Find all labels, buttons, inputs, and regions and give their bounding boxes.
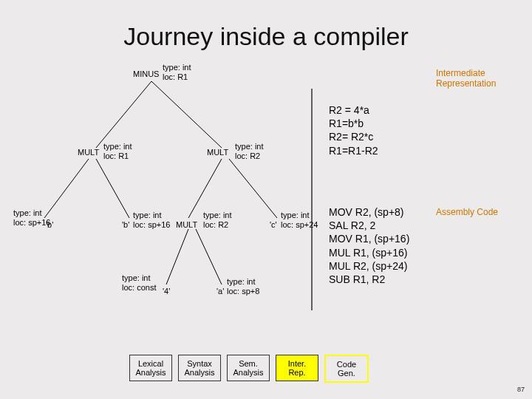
compiler-phases: Lexical Analysis Syntax Analysis Sem. An… <box>129 355 369 383</box>
svg-line-0 <box>96 81 151 148</box>
phase-syntax: Syntax Analysis <box>178 355 221 381</box>
leaf-a-attrs: type: int loc: sp+8 <box>227 277 259 296</box>
node-mult-inner-attrs: type: int loc: R2 <box>203 211 232 229</box>
phase-ir: Inter. Rep. <box>276 355 318 381</box>
phase-sem: Sem. Analysis <box>227 355 270 381</box>
page-title: Journey inside a compiler <box>0 22 532 51</box>
asm-code: MOV R2, (sp+8) SAL R2, 2 MOV R1, (sp+16)… <box>329 205 409 286</box>
leaf-b1-attrs: type: int loc: sp+16 <box>13 208 50 227</box>
svg-line-1 <box>151 81 222 148</box>
svg-line-2 <box>44 159 89 218</box>
ast-edges <box>0 0 532 399</box>
node-mult-right-attrs: type: int loc: R2 <box>235 142 264 160</box>
leaf-c-attrs: type: int loc: sp+24 <box>281 211 318 229</box>
node-mult-inner-op: MULT <box>176 220 197 230</box>
svg-line-7 <box>196 229 222 284</box>
svg-line-6 <box>166 229 188 284</box>
leaf-b2-token: 'b' <box>122 220 129 230</box>
ir-heading: Intermediate Representation <box>436 68 532 89</box>
leaf-b1-token: 'b' <box>46 220 53 230</box>
leaf-4-token: '4' <box>163 287 170 296</box>
ir-code: R2 = 4*a R1=b*b R2= R2*c R1=R1-R2 <box>329 103 378 157</box>
svg-line-3 <box>96 159 129 218</box>
leaf-c-token: 'c' <box>270 220 277 230</box>
node-minus-attrs: type: int loc: R1 <box>163 63 191 81</box>
node-mult-right-op: MULT <box>207 148 228 157</box>
phase-lexical: Lexical Analysis <box>129 355 172 381</box>
node-minus-op: MINUS <box>133 69 159 79</box>
leaf-4-attrs: type: int loc: const <box>122 273 156 292</box>
asm-heading: Assembly Code <box>436 207 498 217</box>
leaf-a-token: 'a' <box>216 287 224 296</box>
leaf-b2-attrs: type: int loc: sp+16 <box>133 211 170 229</box>
svg-line-5 <box>229 159 277 218</box>
page-number: 87 <box>517 386 525 393</box>
node-mult-left-attrs: type: int loc: R1 <box>103 142 132 160</box>
node-mult-left-op: MULT <box>78 148 99 157</box>
svg-line-4 <box>188 159 222 218</box>
phase-codegen: Code Gen. <box>324 355 369 383</box>
